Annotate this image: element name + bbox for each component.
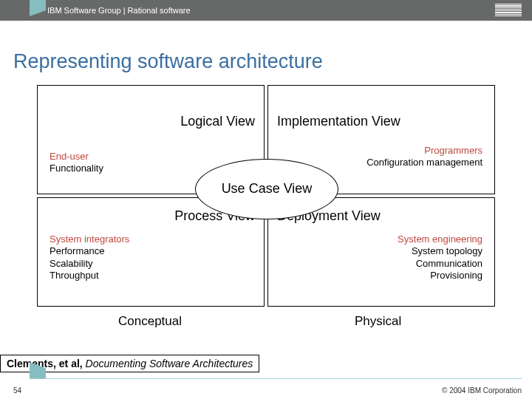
four-plus-one-diagram: Logical View End-user Functionality Impl… [37, 85, 495, 307]
logical-view-title: Logical View [180, 114, 255, 129]
use-case-view-label: Use Case View [222, 181, 313, 197]
header-accent [30, 0, 46, 10]
process-view-line-2: Throughput [50, 270, 129, 282]
process-view-note: System integrators Performance Scalabili… [50, 233, 129, 282]
process-view-role: System integrators [50, 233, 129, 245]
logical-view-role: End-user [50, 151, 103, 163]
axis-right-label: Physical [355, 314, 401, 329]
logical-view-note: End-user Functionality [50, 151, 103, 175]
citation-title: Documenting Software Architectures [86, 358, 253, 369]
use-case-view-oval: Use Case View [195, 159, 338, 219]
deployment-view-line-2: Provisioning [398, 270, 482, 282]
copyright-text: © 2004 IBM Corporation [442, 386, 522, 395]
deployment-view-note: System engineering System topology Commu… [398, 233, 482, 282]
footer-accent [30, 368, 46, 378]
footer-rule [30, 378, 522, 379]
deployment-view-role: System engineering [398, 233, 482, 245]
page-number: 54 [13, 386, 21, 395]
ibm-logo-icon [495, 4, 522, 16]
logical-view-line: Functionality [50, 163, 103, 174]
implementation-view-line: Configuration management [366, 157, 482, 168]
implementation-view-note: Programmers Configuration management [366, 145, 482, 169]
slide-footer: 54 © 2004 IBM Corporation [0, 378, 532, 399]
page-title: Representing software architecture [13, 50, 532, 73]
deployment-view-line-0: System topology [398, 245, 482, 257]
process-view-line-0: Performance [50, 245, 129, 257]
deployment-view-line-1: Communication [398, 258, 482, 270]
header-text: IBM Software Group | Rational software [47, 6, 191, 15]
implementation-view-title: Implementation View [277, 114, 400, 129]
process-view-line-1: Scalability [50, 258, 129, 270]
axis-left-label: Conceptual [118, 314, 182, 329]
implementation-view-role: Programmers [366, 145, 482, 157]
slide-header: IBM Software Group | Rational software [0, 0, 532, 21]
